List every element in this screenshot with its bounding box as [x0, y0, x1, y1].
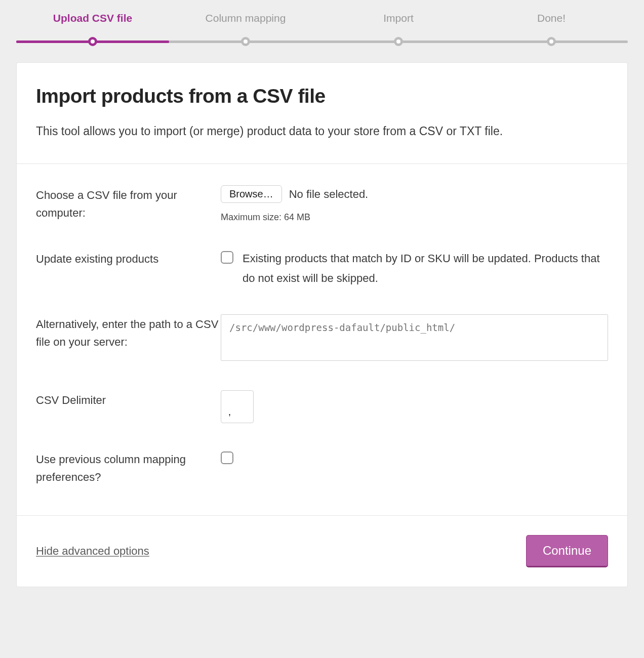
step-import[interactable]: Import: [322, 12, 475, 40]
page-description: This tool allows you to import (or merge…: [36, 121, 608, 141]
step-dot-mapping: [241, 37, 250, 46]
import-card: Import products from a CSV file This too…: [16, 62, 628, 587]
previous-mapping-label: Use previous column mapping preferences?: [36, 449, 221, 486]
card-header: Import products from a CSV file This too…: [17, 63, 627, 164]
previous-mapping-checkbox[interactable]: [221, 451, 233, 464]
update-existing-description: Existing products that match by ID or SK…: [243, 249, 608, 288]
page-title: Import products from a CSV file: [36, 85, 608, 107]
delimiter-input[interactable]: [221, 390, 254, 423]
row-previous-mapping: Use previous column mapping preferences?: [36, 449, 608, 486]
step-upload[interactable]: Upload CSV file: [16, 12, 169, 40]
file-status: No file selected.: [289, 188, 369, 201]
choose-file-label: Choose a CSV file from your computer:: [36, 185, 221, 222]
step-dot-upload: [88, 37, 97, 46]
card-footer: Hide advanced options Continue: [17, 515, 627, 587]
max-size-label: Maximum size: 64 MB: [221, 212, 608, 223]
step-dot-done: [547, 37, 556, 46]
step-done[interactable]: Done!: [475, 12, 628, 40]
step-dot-import: [394, 37, 403, 46]
wizard-steps: Upload CSV file Column mapping Import Do…: [16, 0, 628, 40]
update-existing-checkbox[interactable]: [221, 251, 233, 264]
row-choose-file: Choose a CSV file from your computer: Br…: [36, 185, 608, 223]
advanced-options-link[interactable]: Hide advanced options: [36, 545, 149, 558]
row-update-existing: Update existing products Existing produc…: [36, 249, 608, 288]
update-existing-label: Update existing products: [36, 249, 221, 268]
delimiter-label: CSV Delimiter: [36, 390, 221, 409]
step-mapping[interactable]: Column mapping: [169, 12, 322, 40]
row-delimiter: CSV Delimiter: [36, 390, 608, 423]
continue-button[interactable]: Continue: [526, 535, 608, 567]
server-path-input[interactable]: [221, 314, 608, 361]
progress-track: [16, 40, 628, 43]
browse-button[interactable]: Browse…: [221, 185, 282, 203]
card-body: Choose a CSV file from your computer: Br…: [17, 164, 627, 515]
server-path-label: Alternatively, enter the path to a CSV f…: [36, 314, 221, 351]
row-server-path: Alternatively, enter the path to a CSV f…: [36, 314, 608, 364]
